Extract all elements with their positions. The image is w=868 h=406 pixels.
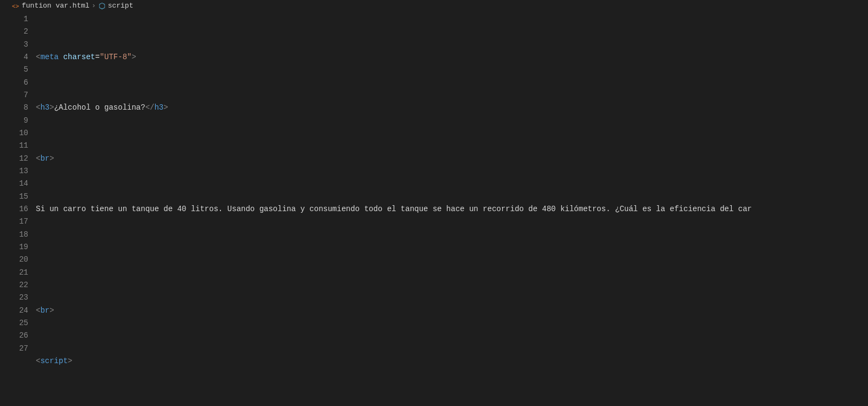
code-line[interactable]: <br> <box>36 304 868 317</box>
svg-text:<>: <> <box>12 3 19 10</box>
line-number[interactable]: 19 <box>10 241 28 253</box>
code-editor[interactable]: 1 2 3 4 5 6 7 8 9 10 11 12 13 14 15 16 1… <box>0 12 868 406</box>
line-number[interactable]: 2 <box>10 26 28 38</box>
line-number-gutter[interactable]: 1 2 3 4 5 6 7 8 9 10 11 12 13 14 15 16 1… <box>10 12 36 406</box>
line-number[interactable]: 15 <box>10 191 28 203</box>
breadcrumb[interactable]: <> funtion var.html › script <box>0 0 868 12</box>
code-line[interactable]: <h3>¿Alcohol o gasolina?</h3> <box>36 101 868 114</box>
line-number[interactable]: 11 <box>10 139 28 152</box>
line-number[interactable]: 10 <box>10 127 28 139</box>
line-number[interactable]: 24 <box>10 304 28 317</box>
line-number[interactable]: 27 <box>10 342 28 355</box>
code-line[interactable] <box>36 253 868 266</box>
line-number[interactable]: 23 <box>10 291 28 304</box>
code-line[interactable]: <script> <box>36 355 868 367</box>
line-number[interactable]: 8 <box>10 101 28 114</box>
line-number[interactable]: 25 <box>10 317 28 329</box>
code-line[interactable]: Si un carro tiene un tanque de 40 litros… <box>36 203 868 215</box>
cube-icon <box>98 2 106 10</box>
line-number[interactable]: 18 <box>10 229 28 241</box>
line-number[interactable]: 17 <box>10 215 28 228</box>
breadcrumb-symbol[interactable]: script <box>108 0 134 12</box>
line-number[interactable]: 21 <box>10 267 28 279</box>
line-number[interactable]: 5 <box>10 64 28 76</box>
line-number[interactable]: 4 <box>10 51 28 64</box>
html-file-icon: <> <box>12 2 20 10</box>
glyph-margin <box>0 12 10 406</box>
line-number[interactable]: 1 <box>10 13 28 26</box>
code-content[interactable]: <meta charset="UTF-8"> <h3>¿Alcohol o ga… <box>36 12 868 406</box>
chevron-right-icon: › <box>92 0 96 12</box>
code-line[interactable]: <meta charset="UTF-8"> <box>36 51 868 64</box>
line-number[interactable]: 3 <box>10 39 28 51</box>
line-number[interactable]: 7 <box>10 89 28 101</box>
breadcrumb-file[interactable]: funtion var.html <box>22 0 90 12</box>
line-number[interactable]: 20 <box>10 253 28 266</box>
line-number[interactable]: 14 <box>10 177 28 190</box>
line-number[interactable]: 16 <box>10 203 28 215</box>
line-number[interactable]: 26 <box>10 329 28 342</box>
line-number[interactable]: 9 <box>10 115 28 127</box>
line-number[interactable]: 22 <box>10 279 28 291</box>
line-number[interactable]: 13 <box>10 165 28 177</box>
line-number[interactable]: 12 <box>10 153 28 165</box>
line-number[interactable]: 6 <box>10 77 28 89</box>
code-line[interactable]: <br> <box>36 153 868 165</box>
